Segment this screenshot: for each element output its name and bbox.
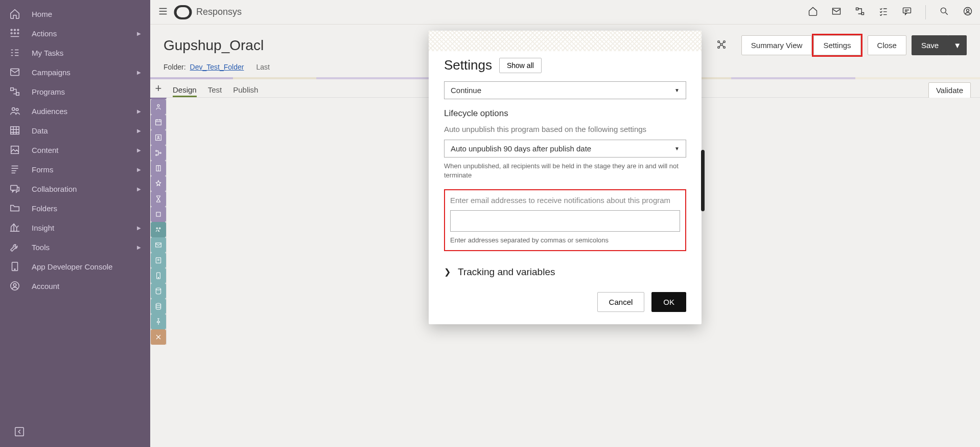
svg-point-23 bbox=[941, 8, 946, 13]
caret-right-icon: ▶ bbox=[137, 108, 141, 114]
sidebar-item-mytasks[interactable]: My Tasks bbox=[0, 43, 150, 62]
mail-icon[interactable] bbox=[831, 6, 842, 18]
email-input[interactable] bbox=[450, 210, 680, 232]
lifecycle-title: Lifecycle options bbox=[444, 108, 686, 119]
palette-node-pin[interactable] bbox=[151, 314, 166, 329]
sidebar-item-actions[interactable]: Actions ▶ bbox=[0, 24, 150, 43]
auto-unpublish-label: Auto unpublish this program based on the… bbox=[444, 124, 686, 135]
caret-right-icon: ▶ bbox=[137, 186, 141, 192]
svg-rect-12 bbox=[11, 146, 19, 154]
sidebar-item-data[interactable]: Data ▶ bbox=[0, 121, 150, 140]
svg-point-9 bbox=[12, 108, 15, 111]
palette-node-custom[interactable] bbox=[151, 176, 166, 191]
palette-node-event[interactable] bbox=[151, 99, 166, 115]
settings-button[interactable]: Settings bbox=[813, 35, 860, 55]
program-title: Gupshup_Oracl bbox=[164, 37, 264, 54]
topbar-divider bbox=[925, 5, 926, 19]
svg-point-34 bbox=[158, 136, 159, 138]
sidebar-item-label: Programs bbox=[32, 87, 141, 96]
continue-select[interactable]: Continue ▼ bbox=[444, 81, 686, 99]
sidebar-item-content[interactable]: Content ▶ bbox=[0, 140, 150, 160]
ok-button[interactable]: OK bbox=[651, 292, 686, 312]
tasks-icon bbox=[9, 47, 32, 58]
home-icon[interactable] bbox=[808, 6, 818, 18]
main-area: Responsys Gupshup_Oracl Summary View Set… bbox=[150, 0, 980, 447]
palette-node-gate[interactable] bbox=[151, 161, 166, 176]
sidebar-item-tools[interactable]: Tools ▶ bbox=[0, 237, 150, 257]
tracking-variables-toggle[interactable]: ❯ Tracking and variables bbox=[444, 266, 686, 278]
add-tab-button[interactable]: + bbox=[150, 79, 167, 98]
palette-node-wait[interactable] bbox=[151, 191, 166, 207]
folder-link[interactable]: Dev_Test_Folder bbox=[190, 63, 244, 71]
folder-label: Folder: bbox=[164, 63, 186, 71]
sidebar-item-home[interactable]: Home bbox=[0, 4, 150, 24]
sidebar-item-app-dev-console[interactable]: App Developer Console bbox=[0, 257, 150, 276]
caret-right-icon: ▶ bbox=[137, 70, 141, 75]
svg-point-31 bbox=[157, 104, 159, 106]
tab-publish[interactable]: Publish bbox=[233, 85, 258, 97]
sidebar-item-label: Tools bbox=[32, 243, 137, 252]
svg-rect-22 bbox=[903, 8, 911, 13]
sidebar-item-account[interactable]: Account bbox=[0, 276, 150, 296]
sidebar-item-forms[interactable]: Forms ▶ bbox=[0, 160, 150, 179]
comment-icon[interactable] bbox=[902, 6, 912, 18]
data-icon bbox=[9, 125, 32, 136]
sidebar-item-insight[interactable]: Insight ▶ bbox=[0, 218, 150, 237]
palette-node-mail[interactable] bbox=[151, 237, 166, 253]
sidebar-item-label: My Tasks bbox=[32, 49, 141, 57]
save-dropdown-button[interactable]: ▼ bbox=[948, 35, 967, 55]
content-icon bbox=[9, 144, 32, 155]
save-button[interactable]: Save bbox=[912, 35, 948, 55]
checklist-icon[interactable] bbox=[878, 6, 889, 18]
sidebar-item-audiences[interactable]: Audiences ▶ bbox=[0, 101, 150, 121]
sidebar-item-label: Collaboration bbox=[32, 185, 137, 193]
palette-node-push[interactable] bbox=[151, 268, 166, 283]
svg-point-4 bbox=[14, 33, 16, 34]
flow-icon[interactable] bbox=[855, 6, 865, 18]
collaboration-icon bbox=[9, 183, 32, 194]
sidebar-item-campaigns[interactable]: Campaigns ▶ bbox=[0, 62, 150, 82]
svg-point-41 bbox=[159, 228, 160, 229]
sidebar-item-label: Actions bbox=[32, 29, 137, 38]
tab-test[interactable]: Test bbox=[208, 85, 222, 97]
palette-node-sms[interactable] bbox=[151, 253, 166, 268]
palette-node-end[interactable] bbox=[151, 207, 166, 222]
palette-node-schedule[interactable] bbox=[151, 115, 166, 130]
palette-node-connector[interactable] bbox=[151, 329, 166, 345]
svg-point-3 bbox=[11, 33, 12, 34]
sidebar-collapse-button[interactable] bbox=[12, 424, 27, 439]
program-flow-icon[interactable] bbox=[716, 39, 727, 52]
cancel-button[interactable]: Cancel bbox=[597, 292, 645, 312]
svg-point-46 bbox=[156, 288, 160, 290]
summary-view-button[interactable]: Summary View bbox=[741, 35, 812, 55]
palette-node-database[interactable] bbox=[151, 283, 166, 299]
auto-unpublish-select-value: Auto unpublish 90 days after publish dat… bbox=[451, 144, 591, 153]
palette-node-contact[interactable] bbox=[151, 130, 166, 145]
modal-scrollbar[interactable] bbox=[701, 150, 705, 211]
svg-point-15 bbox=[14, 269, 15, 270]
continue-select-value: Continue bbox=[451, 86, 481, 95]
sidebar-item-folders[interactable]: Folders bbox=[0, 198, 150, 218]
palette-node-branch[interactable] bbox=[151, 145, 166, 161]
svg-point-45 bbox=[158, 277, 158, 278]
auto-unpublish-select[interactable]: Auto unpublish 90 days after publish dat… bbox=[444, 140, 686, 158]
palette-node-send[interactable] bbox=[151, 222, 166, 237]
palette-node-database2[interactable] bbox=[151, 299, 166, 314]
user-icon[interactable] bbox=[963, 6, 973, 18]
insight-icon bbox=[9, 222, 32, 233]
caret-right-icon: ▶ bbox=[137, 244, 141, 250]
sidebar-item-collaboration[interactable]: Collaboration ▶ bbox=[0, 179, 150, 198]
svg-rect-13 bbox=[11, 186, 17, 190]
oracle-logo-icon bbox=[174, 5, 192, 19]
tab-design[interactable]: Design bbox=[173, 85, 197, 97]
validate-button[interactable]: Validate bbox=[928, 82, 971, 98]
last-label: Last bbox=[256, 63, 269, 71]
show-all-button[interactable]: Show all bbox=[499, 58, 542, 73]
search-icon[interactable] bbox=[939, 6, 949, 18]
sidebar-item-programs[interactable]: Programs bbox=[0, 82, 150, 101]
campaigns-icon bbox=[9, 66, 32, 78]
sidebar-item-label: Forms bbox=[32, 165, 137, 174]
svg-point-5 bbox=[17, 33, 19, 34]
close-button[interactable]: Close bbox=[868, 35, 906, 55]
hamburger-icon[interactable] bbox=[157, 6, 169, 19]
